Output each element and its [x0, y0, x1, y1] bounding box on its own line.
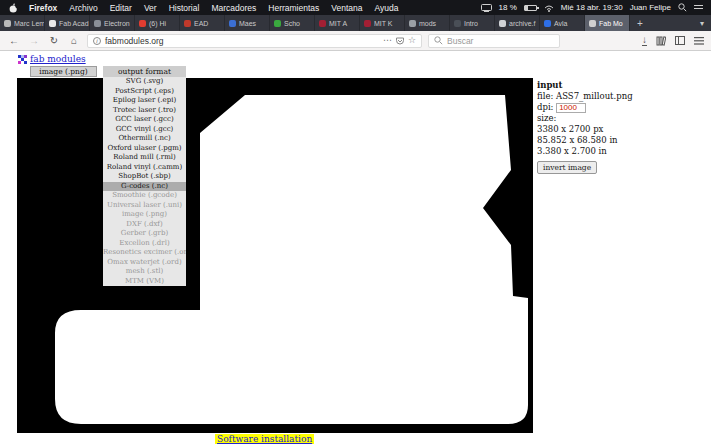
- output-option[interactable]: Roland mill (.rml): [103, 153, 186, 163]
- browser-tab[interactable]: MIT K: [360, 15, 405, 31]
- menu-items: FirefoxArchivoEditarVerHistorialMarcador…: [23, 3, 404, 13]
- browser-tab[interactable]: Scho: [270, 15, 315, 31]
- software-installation-link[interactable]: Software installation: [215, 434, 314, 444]
- menu-item-marcadores[interactable]: Marcadores: [205, 3, 262, 13]
- search-bar[interactable]: [428, 34, 560, 48]
- output-option[interactable]: Omax waterjet (.ord): [103, 258, 186, 268]
- tab-label: EAD: [194, 20, 208, 27]
- download-icon[interactable]: ↓: [642, 35, 647, 46]
- menu-item-historial[interactable]: Historial: [163, 3, 206, 13]
- notification-center-icon[interactable]: [694, 4, 703, 12]
- output-option[interactable]: Excellon (.drl): [103, 239, 186, 249]
- browser-tab[interactable]: Marc Lem: [0, 15, 45, 31]
- home-button[interactable]: ⌂: [67, 34, 81, 48]
- tab-label: Fab Mo: [599, 20, 623, 27]
- output-option[interactable]: PostScript (.eps): [103, 87, 186, 97]
- output-option[interactable]: Trotec laser (.tro): [103, 106, 186, 116]
- toolbar-right-icons: ↓: [642, 35, 704, 46]
- menu-item-ayuda[interactable]: Ayuda: [369, 3, 405, 13]
- browser-tab[interactable]: Intro: [450, 15, 495, 31]
- dpi-label: dpi:: [537, 102, 553, 112]
- output-option[interactable]: GCC laser (.gcc): [103, 115, 186, 125]
- output-option[interactable]: MTM (VM): [103, 277, 186, 287]
- spotlight-icon[interactable]: [678, 3, 687, 12]
- browser-tab[interactable]: Fab Mo: [585, 15, 630, 31]
- apple-menu-icon[interactable]: [8, 3, 23, 13]
- library-icon[interactable]: [656, 36, 666, 46]
- browser-tab[interactable]: EAD: [180, 15, 225, 31]
- menu-item-ver[interactable]: Ver: [138, 3, 163, 13]
- menu-bar-user[interactable]: Juan Felipe: [630, 3, 671, 12]
- wifi-icon[interactable]: [544, 4, 554, 12]
- tab-favicon: [184, 20, 191, 27]
- menu-item-firefox[interactable]: Firefox: [23, 3, 63, 13]
- output-option[interactable]: DXF (.dxf): [103, 220, 186, 230]
- url-text: fabmodules.org: [105, 36, 164, 46]
- browser-tab[interactable]: Electron: [90, 15, 135, 31]
- browser-tab[interactable]: Fab Acad: [45, 15, 90, 31]
- output-option[interactable]: SVG (.svg): [103, 77, 186, 87]
- forward-button[interactable]: →: [27, 34, 41, 48]
- menu-item-herramientas[interactable]: Herramientas: [262, 3, 325, 13]
- search-input[interactable]: [447, 36, 547, 46]
- output-option[interactable]: Universal laser (.uni): [103, 201, 186, 211]
- output-option[interactable]: Gerber (.grb): [103, 229, 186, 239]
- url-bar[interactable]: i fabmodules.org ⋯ ☆: [87, 34, 422, 48]
- tab-favicon: [454, 20, 461, 27]
- brand-link[interactable]: fab modules: [18, 54, 86, 64]
- battery-icon[interactable]: [524, 5, 537, 11]
- dpi-row: dpi:: [537, 102, 687, 113]
- output-option[interactable]: G-codes (.nc): [103, 182, 186, 192]
- hamburger-menu-icon[interactable]: [694, 37, 704, 45]
- browser-tab[interactable]: MIT A: [315, 15, 360, 31]
- new-tab-button[interactable]: +: [630, 15, 650, 31]
- input-format-button[interactable]: image (.png): [30, 66, 97, 77]
- brand-text[interactable]: fab modules: [30, 54, 86, 64]
- bookmark-star-icon[interactable]: ☆: [408, 36, 416, 45]
- browser-tab[interactable]: archive.f: [495, 15, 540, 31]
- output-format-header[interactable]: output format: [103, 66, 186, 77]
- screen: FirefoxArchivoEditarVerHistorialMarcador…: [0, 0, 711, 444]
- input-panel: input file: ASS7_millout.png dpi: size: …: [537, 80, 687, 174]
- output-option[interactable]: Oxford ulaser (.pgm): [103, 144, 186, 154]
- browser-tab[interactable]: Avla: [540, 15, 585, 31]
- tab-overflow-icon[interactable]: ▾: [693, 15, 711, 31]
- output-option[interactable]: image (.png): [103, 210, 186, 220]
- tab-favicon: [544, 20, 551, 27]
- pocket-icon[interactable]: [396, 37, 404, 45]
- output-option[interactable]: Othermill (.nc): [103, 134, 186, 144]
- dpi-input[interactable]: [556, 103, 586, 113]
- output-option[interactable]: Smoothie (.gcode): [103, 191, 186, 201]
- tab-favicon: [229, 20, 236, 27]
- menu-bar-clock[interactable]: Mié 18 abr. 19:30: [561, 3, 623, 12]
- browser-tab[interactable]: mods: [405, 15, 450, 31]
- invert-image-button[interactable]: invert image: [537, 161, 597, 174]
- tab-label: (6) Hi: [149, 20, 166, 27]
- tab-favicon: [499, 20, 506, 27]
- menu-item-editar[interactable]: Editar: [104, 3, 138, 13]
- output-option[interactable]: Resonetics excimer (.oms): [103, 248, 186, 258]
- output-option[interactable]: Epilog laser (.epi): [103, 96, 186, 106]
- firefox-tab-bar: Marc LemFab AcadElectron(6) HiEADMaesSch…: [0, 15, 711, 31]
- millout-shape: [17, 78, 533, 433]
- back-button[interactable]: ←: [7, 34, 21, 48]
- page-actions-icon[interactable]: ⋯: [383, 36, 392, 45]
- browser-tab[interactable]: Maes: [225, 15, 270, 31]
- menu-item-ventana[interactable]: Ventana: [325, 3, 368, 13]
- output-option[interactable]: GCC vinyl (.gcc): [103, 125, 186, 135]
- sidebar-icon[interactable]: [675, 36, 685, 45]
- tab-label: Marc Lem: [14, 20, 45, 27]
- browser-tab[interactable]: (6) Hi: [135, 15, 180, 31]
- menu-item-archivo[interactable]: Archivo: [63, 3, 103, 13]
- reload-button[interactable]: ↻: [47, 34, 61, 48]
- site-info-icon[interactable]: i: [93, 37, 101, 45]
- tab-label: Avla: [554, 20, 568, 27]
- tab-favicon: [409, 20, 416, 27]
- display-icon[interactable]: [481, 4, 492, 12]
- output-option[interactable]: mesh (.stl): [103, 267, 186, 277]
- tab-favicon: [364, 20, 371, 27]
- tab-label: Electron: [104, 20, 130, 27]
- output-option[interactable]: Roland vinyl (.camm): [103, 163, 186, 173]
- battery-percent[interactable]: 18 %: [499, 3, 517, 12]
- output-option[interactable]: ShopBot (.sbp): [103, 172, 186, 182]
